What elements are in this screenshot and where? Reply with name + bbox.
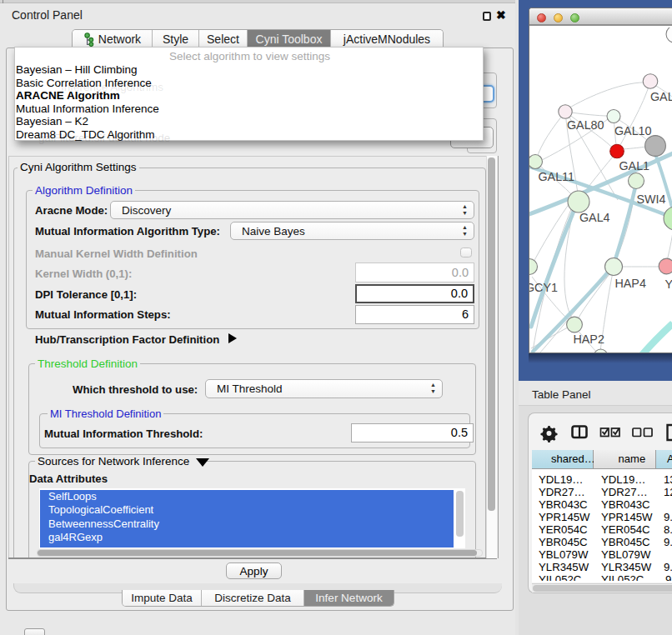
svg-text:GAL1: GAL1 [619, 159, 650, 172]
svg-text:GAL4: GAL4 [579, 211, 610, 224]
svg-text:HAP2: HAP2 [574, 332, 604, 346]
svg-text:GAL: GAL [650, 90, 672, 103]
svg-text:GCY1: GCY1 [529, 281, 558, 294]
svg-text:Y: Y [665, 278, 672, 291]
svg-text:GAL11: GAL11 [539, 170, 574, 183]
svg-text:SWI4: SWI4 [637, 192, 666, 206]
svg-text:GAL10: GAL10 [614, 124, 652, 138]
svg-text:HAP4: HAP4 [615, 277, 646, 290]
svg-text:GAL80: GAL80 [567, 118, 604, 132]
